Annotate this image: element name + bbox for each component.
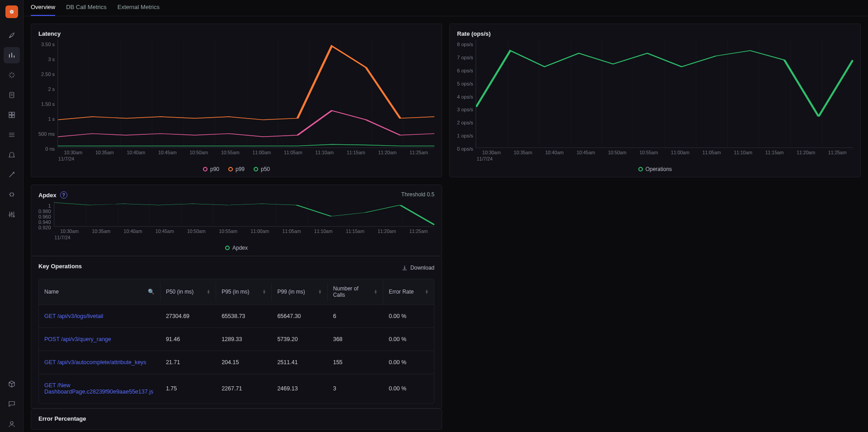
- xtick: 10:50am: [183, 150, 215, 155]
- nav-settings-sliders[interactable]: [4, 206, 20, 223]
- nav-traces[interactable]: [4, 67, 20, 83]
- ytick: 0.980: [38, 209, 51, 214]
- legend-p50[interactable]: p50: [254, 166, 270, 172]
- cell-p99: 65647.30: [272, 305, 327, 328]
- tab-overview[interactable]: Overview: [31, 0, 55, 16]
- cell-p95: 2267.71: [216, 377, 272, 400]
- nav-logs[interactable]: [4, 87, 20, 103]
- sort-icon[interactable]: ▲▼: [207, 290, 210, 294]
- legend-label: Operations: [646, 166, 672, 172]
- left-nav-rail: [0, 0, 24, 432]
- legend-operations[interactable]: Operations: [638, 166, 672, 172]
- chat-icon: [8, 400, 16, 408]
- ytick: 0 ops/s: [457, 146, 473, 152]
- legend-apdex[interactable]: Apdex: [225, 245, 248, 251]
- col-error-rate[interactable]: Error Rate▲▼: [383, 282, 434, 301]
- ytick: 500 ms: [38, 131, 55, 137]
- op-name-link[interactable]: GET /New DashboardPage.c28239f90e9aae55e…: [39, 374, 160, 403]
- nav-support[interactable]: [4, 396, 20, 412]
- search-icon[interactable]: 🔍: [148, 289, 155, 295]
- cell-calls: 3: [328, 377, 383, 400]
- sort-icon[interactable]: ▲▼: [318, 290, 322, 294]
- nav-rocket[interactable]: [4, 27, 20, 43]
- col-label: Error Rate: [389, 289, 414, 295]
- legend-p99[interactable]: p99: [228, 166, 245, 172]
- col-label: P95 (in ms): [222, 289, 249, 295]
- ytick: 0 ns: [45, 146, 55, 152]
- sort-icon[interactable]: ▲▼: [425, 290, 429, 294]
- panel-latency: Latency 3.50 s 3 s 2.50 s 2 s 1.50 s 1 s…: [31, 24, 442, 177]
- sort-icon[interactable]: ▲▼: [263, 290, 266, 294]
- ytick: 3 ops/s: [457, 107, 473, 112]
- latency-yaxis: 3.50 s 3 s 2.50 s 2 s 1.50 s 1 s 500 ms …: [38, 40, 57, 161]
- xtick: 10:30am: [57, 150, 89, 155]
- key-operations-title: Key Operations: [38, 263, 82, 270]
- xtick: 11:15am: [759, 150, 790, 155]
- ytick: 1 ops/s: [457, 133, 473, 138]
- nav-billing[interactable]: [4, 376, 20, 392]
- svg-point-10: [13, 216, 14, 217]
- sort-icon[interactable]: ▲▼: [374, 290, 377, 294]
- xtick: 11:20am: [371, 228, 403, 234]
- document-icon: [8, 91, 16, 99]
- nav-alerts[interactable]: [4, 147, 20, 163]
- op-name-link[interactable]: POST /api/v3/query_range: [39, 328, 160, 351]
- nav-metrics[interactable]: [4, 47, 20, 63]
- download-button[interactable]: Download: [401, 265, 434, 271]
- nav-magic[interactable]: [4, 166, 20, 183]
- apdex-plot[interactable]: [54, 201, 434, 227]
- tab-external-metrics[interactable]: External Metrics: [118, 0, 160, 16]
- svg-rect-4: [12, 112, 14, 114]
- xtick: 11:25am: [821, 150, 853, 155]
- xtick: 10:40am: [117, 228, 149, 234]
- xtick: 10:50am: [602, 150, 633, 155]
- latency-legend: p90 p99 p50: [38, 161, 434, 172]
- title-text: Apdex: [38, 192, 57, 199]
- rate-plot[interactable]: [476, 40, 853, 148]
- xtick: 11:15am: [339, 228, 371, 234]
- tab-db-call-metrics[interactable]: DB Call Metrics: [66, 0, 107, 16]
- col-p95[interactable]: P95 (in ms)▲▼: [216, 282, 272, 301]
- nav-exceptions[interactable]: [4, 186, 20, 203]
- cell-calls: 6: [328, 305, 383, 328]
- ytick: 2 ops/s: [457, 120, 473, 125]
- col-name[interactable]: Name🔍: [39, 282, 160, 301]
- help-icon[interactable]: ?: [60, 191, 67, 199]
- latency-xaxis: 10:30am 10:35am 10:40am 10:45am 10:50am …: [57, 148, 434, 155]
- op-name-link[interactable]: GET /api/v3/autocomplete/attribute_keys: [39, 351, 160, 374]
- apdex-date: 11/7/24: [54, 234, 434, 240]
- panel-latency-title: Latency: [38, 30, 434, 37]
- svg-rect-3: [9, 112, 11, 114]
- ytick: 4 ops/s: [457, 94, 473, 100]
- xtick: 10:55am: [215, 150, 246, 155]
- xtick: 11:25am: [403, 150, 435, 155]
- page-tabs: Overview DB Call Metrics External Metric…: [24, 0, 868, 16]
- col-p99[interactable]: P99 (in ms)▲▼: [272, 282, 327, 301]
- app-logo[interactable]: [5, 5, 18, 18]
- rate-yaxis: 8 ops/s 7 ops/s 6 ops/s 5 ops/s 4 ops/s …: [457, 40, 476, 161]
- xtick: 10:55am: [633, 150, 665, 155]
- col-p50[interactable]: P50 (in ms)▲▼: [160, 282, 216, 301]
- ytick: 1: [48, 203, 51, 209]
- sliders-icon: [8, 210, 16, 218]
- nav-dashboards[interactable]: [4, 107, 20, 123]
- legend-label: p50: [261, 166, 270, 172]
- rate-legend: Operations: [457, 161, 853, 172]
- bell-icon: [8, 151, 16, 159]
- col-calls[interactable]: Number of Calls▲▼: [328, 279, 383, 304]
- cell-p95: 65538.73: [216, 305, 272, 328]
- ytick: 3 s: [48, 57, 55, 62]
- legend-p90[interactable]: p90: [203, 166, 219, 172]
- ytick: 2.50 s: [41, 71, 55, 77]
- legend-label: p90: [210, 166, 219, 172]
- rate-xaxis: 10:30am 10:35am 10:40am 10:45am 10:50am …: [476, 148, 853, 155]
- svg-rect-6: [12, 115, 14, 118]
- nav-account[interactable]: [4, 416, 20, 432]
- panel-apdex-title: Apdex ?: [38, 191, 434, 199]
- latency-plot[interactable]: [57, 40, 434, 148]
- op-name-link[interactable]: GET /api/v3/logs/livetail: [39, 305, 160, 328]
- xtick: 10:30am: [54, 228, 85, 234]
- nav-list[interactable]: [4, 127, 20, 143]
- xtick: 11:15am: [340, 150, 372, 155]
- table-row: GET /New DashboardPage.c28239f90e9aae55e…: [39, 374, 434, 403]
